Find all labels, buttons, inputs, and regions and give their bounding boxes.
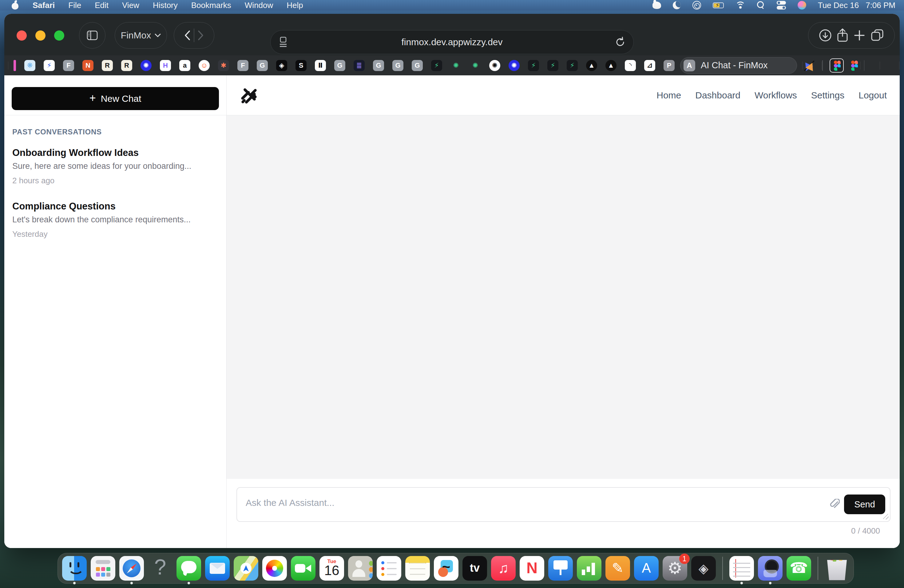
- menu-item[interactable]: Window: [245, 1, 273, 10]
- dock-freeform-icon[interactable]: ~: [434, 556, 458, 581]
- nav-home[interactable]: Home: [656, 90, 681, 101]
- letter-g1-favicon[interactable]: G: [257, 60, 268, 71]
- swirl-green-favicon[interactable]: ✺: [450, 60, 461, 71]
- sailboat-favicon[interactable]: ⊿: [644, 60, 655, 71]
- dock-maps-icon[interactable]: [234, 556, 258, 581]
- figma-active-extension-icon[interactable]: [830, 58, 844, 73]
- dock-numbers-icon[interactable]: [577, 556, 601, 581]
- dock-messages-icon[interactable]: [177, 556, 201, 581]
- menu-item[interactable]: Safari: [33, 1, 55, 10]
- letter-r-favicon[interactable]: R: [102, 60, 113, 71]
- dock-news-icon[interactable]: N: [520, 556, 544, 581]
- openai-blue2-favicon[interactable]: ✺: [509, 60, 520, 71]
- letter-s-favicon[interactable]: S: [296, 60, 307, 71]
- vercel-favicon[interactable]: ▲: [586, 60, 597, 71]
- downloads-icon[interactable]: [819, 29, 832, 42]
- menu-item[interactable]: Bookmarks: [191, 1, 231, 10]
- figma-extension-icon[interactable]: [850, 60, 857, 71]
- brain-favicon[interactable]: ❋: [24, 60, 35, 71]
- nav-logout[interactable]: Logout: [858, 90, 887, 101]
- chat-input[interactable]: [237, 487, 890, 522]
- apple-menu-icon[interactable]: [12, 1, 19, 9]
- letter-g3-favicon[interactable]: G: [373, 60, 384, 71]
- letter-h-favicon[interactable]: H: [160, 60, 171, 71]
- magic-wand-icon[interactable]: [803, 59, 815, 72]
- new-tab-icon[interactable]: [853, 29, 866, 41]
- conversation-item[interactable]: Compliance Questions Let's break down th…: [12, 201, 218, 239]
- vercel2-favicon[interactable]: ▲: [605, 60, 616, 71]
- supabase3-favicon[interactable]: ⚡: [547, 60, 558, 71]
- letter-n-favicon[interactable]: N: [82, 60, 93, 71]
- dock-trash-icon[interactable]: [825, 556, 849, 581]
- dock-music-icon[interactable]: ♫: [491, 556, 516, 581]
- openai-white-favicon[interactable]: ✺: [489, 60, 500, 71]
- dock-calendar-icon[interactable]: Tue 16: [319, 556, 344, 581]
- dock-safari-icon[interactable]: [119, 556, 144, 581]
- control-center-icon[interactable]: [777, 1, 786, 9]
- letter-r2-favicon[interactable]: R: [121, 60, 132, 71]
- letter-f-favicon[interactable]: F: [63, 60, 74, 71]
- menu-item[interactable]: View: [122, 1, 139, 10]
- dock-mail-icon[interactable]: [205, 556, 230, 581]
- dock-app-store-icon[interactable]: A: [634, 556, 659, 581]
- clipped-favicon[interactable]: [14, 60, 16, 71]
- supabase2-favicon[interactable]: ⚡: [528, 60, 539, 71]
- send-button[interactable]: Send: [844, 495, 885, 514]
- letter-p-favicon[interactable]: P: [664, 60, 675, 71]
- menu-item[interactable]: History: [153, 1, 178, 10]
- battery-charging-icon[interactable]: [713, 2, 724, 8]
- resize-handle[interactable]: [883, 514, 889, 519]
- address-bar[interactable]: finmox.dev.appwizzy.dev: [270, 30, 634, 54]
- dock-reminders-icon[interactable]: [377, 556, 401, 581]
- active-tab[interactable]: A AI Chat - FinMox: [680, 57, 797, 74]
- dock-textedit-icon[interactable]: [729, 556, 754, 581]
- zoom-window-button[interactable]: [54, 30, 64, 41]
- attach-file-icon[interactable]: [829, 499, 840, 511]
- airdrop-icon[interactable]: [692, 1, 701, 9]
- tab-overview-icon[interactable]: [871, 28, 884, 42]
- dock-system-settings-icon[interactable]: ⚙ 1: [663, 556, 687, 581]
- app-silhouette-icon[interactable]: [653, 2, 661, 9]
- bolt-blue-favicon[interactable]: ⚡: [44, 60, 55, 71]
- nav-workflows[interactable]: Workflows: [755, 90, 797, 101]
- conversation-item[interactable]: Onboarding Workflow Ideas Sure, here are…: [12, 147, 218, 185]
- dock-contacts-icon[interactable]: [348, 556, 373, 581]
- letter-g5-favicon[interactable]: G: [412, 60, 423, 71]
- wifi-icon[interactable]: [735, 2, 745, 9]
- menu-item[interactable]: Help: [286, 1, 303, 10]
- menu-bar-clock[interactable]: Tue Dec 16 7:06 PM: [818, 1, 895, 10]
- menu-item[interactable]: Edit: [95, 1, 109, 10]
- dock-missing-app-icon[interactable]: ?: [148, 556, 172, 581]
- letter-g2-favicon[interactable]: G: [334, 60, 345, 71]
- swoosh-favicon[interactable]: ◝: [625, 60, 636, 71]
- minimize-window-button[interactable]: [35, 30, 46, 41]
- nav-dashboard[interactable]: Dashboard: [695, 90, 740, 101]
- dock-facetime-icon[interactable]: [291, 556, 316, 581]
- dock-notes-icon[interactable]: [405, 556, 430, 581]
- pause-favicon[interactable]: Ⅱ: [315, 60, 326, 71]
- reddit-favicon[interactable]: ☺: [199, 60, 210, 71]
- equalizer-favicon[interactable]: ≣: [354, 60, 365, 71]
- dock-phone-icon[interactable]: ☎: [787, 556, 811, 581]
- supabase-favicon[interactable]: ⚡: [431, 60, 442, 71]
- dock-photos-icon[interactable]: [262, 556, 287, 581]
- spotlight-icon[interactable]: [757, 1, 765, 9]
- profile-switcher[interactable]: FinMox: [115, 22, 167, 49]
- amazon-favicon[interactable]: a: [179, 60, 190, 71]
- dock-keynote-icon[interactable]: [548, 556, 573, 581]
- dock-pages-icon[interactable]: ✎: [605, 556, 630, 581]
- dock-finder-icon[interactable]: [62, 556, 87, 581]
- menu-item[interactable]: File: [68, 1, 81, 10]
- reload-icon[interactable]: [615, 36, 626, 47]
- openai-blue-favicon[interactable]: ✺: [141, 60, 152, 71]
- letter-g4-favicon[interactable]: G: [392, 60, 403, 71]
- diamond-favicon[interactable]: ◈: [276, 60, 287, 71]
- dock-cube-app-icon[interactable]: ◈: [691, 556, 716, 581]
- letter-f2-favicon[interactable]: F: [237, 60, 248, 71]
- focus-moon-icon[interactable]: [673, 1, 681, 9]
- new-chat-button[interactable]: + New Chat: [12, 87, 219, 110]
- sidebar-toggle-button[interactable]: [79, 22, 106, 49]
- share-icon[interactable]: [837, 28, 848, 43]
- supabase4-favicon[interactable]: ⚡: [567, 60, 578, 71]
- nav-settings[interactable]: Settings: [811, 90, 844, 101]
